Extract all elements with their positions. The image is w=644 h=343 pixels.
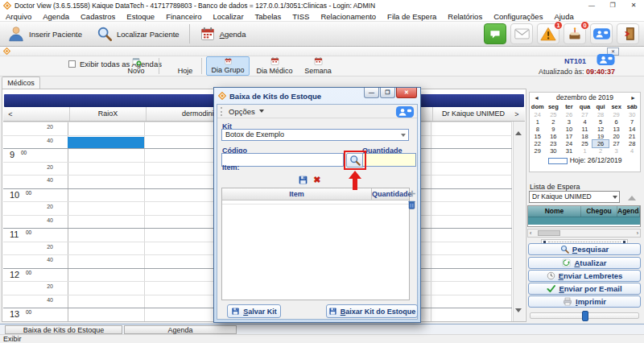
calendar-day[interactable]: 29 xyxy=(530,147,546,155)
new-button[interactable]: Novo xyxy=(121,56,151,76)
waitlist-col-nome[interactable]: Nome xyxy=(528,206,581,217)
scroll-right-icon[interactable]: › xyxy=(637,230,638,237)
calendar-day[interactable]: 4 xyxy=(577,118,593,126)
alerts-button[interactable]: 1 xyxy=(537,23,559,44)
save-item-icon[interactable] xyxy=(298,175,308,185)
calendar-day[interactable]: 19 xyxy=(592,133,609,140)
calendar-day[interactable]: 25 xyxy=(577,140,593,147)
calendar-day[interactable]: 3 xyxy=(561,118,577,126)
calendar-day[interactable]: 8 xyxy=(530,126,546,133)
waitlist-col-chegou[interactable]: Chegou xyxy=(581,206,617,217)
calendar-day[interactable]: 28 xyxy=(592,111,609,118)
menu-agenda[interactable]: Agenda xyxy=(37,12,75,21)
calendar-day[interactable]: 25 xyxy=(546,111,562,118)
quantity-input[interactable] xyxy=(362,153,416,167)
day-group-button[interactable]: Dia Grupo xyxy=(206,56,250,76)
calendar-day[interactable]: 7 xyxy=(624,118,640,126)
calendar-day[interactable]: 13 xyxy=(609,126,625,133)
menu-relacionamento[interactable]: Relacionamento xyxy=(315,12,382,21)
tab-medicos[interactable]: Médicos xyxy=(2,76,40,89)
calendar-day[interactable]: 20 xyxy=(609,133,625,140)
calendar-day[interactable]: 1 xyxy=(530,118,546,126)
calendar-day[interactable]: 12 xyxy=(592,126,609,133)
dialog-contacts-button[interactable] xyxy=(395,106,415,119)
calendar-day[interactable]: 28 xyxy=(624,140,640,147)
prev-column-button[interactable]: < xyxy=(5,109,16,120)
menu-configurações[interactable]: Configurações xyxy=(488,12,548,21)
calendar-day[interactable]: 24 xyxy=(561,140,577,147)
calendar-next-icon[interactable]: ► xyxy=(630,93,636,103)
contacts-button[interactable] xyxy=(590,23,613,44)
calendar-day[interactable]: 5 xyxy=(592,118,609,126)
dialog-minimize-button[interactable]: — xyxy=(364,88,379,98)
column-header-RaioX[interactable]: RaioX xyxy=(69,107,146,121)
save-kit-button[interactable]: Salvar Kit xyxy=(227,304,281,318)
menu-ajuda[interactable]: Ajuda xyxy=(548,12,579,21)
waitlist-row[interactable] xyxy=(528,217,640,225)
add-row-icon[interactable]: ✛ xyxy=(409,189,415,198)
calendar-day[interactable]: 21 xyxy=(624,133,640,140)
items-col-quantity[interactable]: Quantidade xyxy=(372,188,409,200)
menu-localizar[interactable]: Localizar xyxy=(208,12,250,21)
selected-time-slot[interactable] xyxy=(68,137,144,149)
show-all-agendas-checkbox[interactable] xyxy=(68,60,76,68)
calendar-day[interactable]: 2 xyxy=(592,147,609,155)
dialog-close-button[interactable]: ✕ xyxy=(396,88,417,98)
scroll-left-icon[interactable]: ‹ xyxy=(530,230,531,237)
task-tab-kits[interactable]: Baixa de Kits do Estoque xyxy=(5,325,122,334)
waitlist-col-agenda[interactable]: Agenda xyxy=(617,206,640,217)
calendar-day[interactable]: 16 xyxy=(546,133,562,140)
items-col-item[interactable]: Item xyxy=(222,188,372,200)
calendar-day[interactable]: 26 xyxy=(561,111,577,118)
menu-estoque[interactable]: Estoque xyxy=(121,12,160,21)
send-reminders-button[interactable]: Enviar Lembretes xyxy=(528,270,641,282)
calendar-day[interactable]: 3 xyxy=(609,147,625,155)
column-header-Dr Kaique UNIMED[interactable]: Dr Kaique UNIMED xyxy=(432,107,514,121)
calendar-day[interactable]: 30 xyxy=(624,111,640,118)
calendar-day[interactable]: 31 xyxy=(561,147,577,155)
scroll-up-icon[interactable] xyxy=(515,122,523,130)
minimize-button[interactable]: — xyxy=(581,0,602,11)
calendar-day[interactable]: 17 xyxy=(561,133,577,140)
search-waitlist-button[interactable]: Pesquisar xyxy=(528,243,641,255)
birthdays-button[interactable]: 0 xyxy=(564,23,586,44)
calendar-day[interactable]: 30 xyxy=(546,147,562,155)
code-input[interactable] xyxy=(221,153,344,167)
calendar-day[interactable]: 11 xyxy=(577,126,593,133)
close-button[interactable]: ✕ xyxy=(623,0,644,11)
calendar-day[interactable]: 18 xyxy=(577,133,593,140)
delete-item-icon[interactable]: ✖ xyxy=(313,175,320,184)
checkout-kit-button[interactable]: Baixar Kit do Estoque xyxy=(326,304,418,318)
dialog-maximize-button[interactable]: ❐ xyxy=(380,88,395,98)
refresh-button[interactable]: Atualizar xyxy=(528,257,641,269)
waitlist-doctor-select[interactable]: Dr Kaique UNIMED xyxy=(529,191,620,203)
calendar-day[interactable]: 6 xyxy=(609,118,625,126)
dialog-titlebar[interactable]: Baixa de Kits do Estoque — ❐ ✕ xyxy=(214,88,420,104)
chat-button[interactable] xyxy=(484,23,506,44)
kit-items-table[interactable]: Item Quantidade xyxy=(221,188,410,300)
trash-icon[interactable] xyxy=(407,200,416,211)
locate-patient-button[interactable]: Localizar Paciente xyxy=(89,22,187,46)
calendar-day[interactable]: 15 xyxy=(530,133,546,140)
menu-cadastros[interactable]: Cadastros xyxy=(75,12,121,21)
today-button[interactable]: Hoje xyxy=(171,56,200,76)
print-button[interactable]: Imprimir xyxy=(528,295,641,308)
calendar-day[interactable]: 2 xyxy=(546,118,562,126)
send-email-button[interactable]: Enviar por E-mail xyxy=(528,283,641,295)
day-doctor-button[interactable]: Dia Médico xyxy=(252,56,297,76)
exit-button[interactable] xyxy=(617,23,639,44)
slider-thumb[interactable] xyxy=(582,311,588,321)
contacts-mini-button[interactable] xyxy=(597,54,615,67)
mail-button[interactable] xyxy=(510,23,533,44)
calendar-day[interactable]: 1 xyxy=(577,147,593,155)
menu-arquivo[interactable]: Arquivo xyxy=(0,12,37,21)
calendar-day[interactable]: 22 xyxy=(530,140,546,147)
calendar-prev-icon[interactable]: ◄ xyxy=(534,93,539,103)
calendar-day[interactable]: 14 xyxy=(624,126,640,133)
menu-tabelas[interactable]: Tabelas xyxy=(250,12,287,21)
calendar-day[interactable]: 24 xyxy=(530,111,546,118)
options-menu[interactable]: Opções xyxy=(226,107,266,116)
zoom-slider[interactable] xyxy=(530,312,639,319)
week-button[interactable]: Semana xyxy=(299,56,336,76)
menu-relatórios[interactable]: Relatórios xyxy=(442,12,488,21)
